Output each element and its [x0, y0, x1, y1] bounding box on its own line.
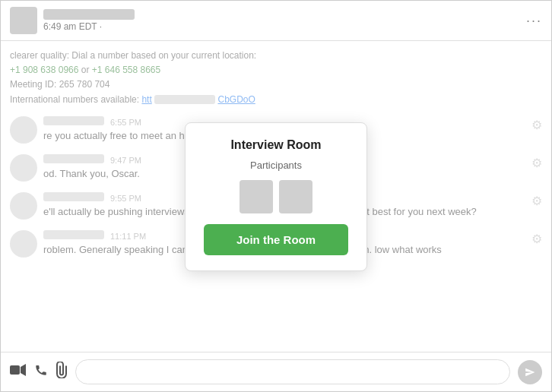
- app-container: 6:49 am EDT · ··· clearer quality: Dial …: [0, 0, 552, 392]
- more-options-button[interactable]: ···: [526, 13, 542, 29]
- participant-avatar: [279, 180, 312, 213]
- interview-room-modal: Interview Room Participants Join the Roo…: [185, 122, 367, 271]
- modal-avatar-row: [204, 180, 348, 213]
- phone-icon[interactable]: [34, 363, 48, 381]
- modal-subtitle: Participants: [204, 160, 348, 171]
- chat-header: 6:49 am EDT · ···: [1, 1, 551, 41]
- attachment-icon[interactable]: [56, 362, 68, 382]
- message-input[interactable]: [75, 359, 510, 384]
- modal-overlay: Interview Room Participants Join the Roo…: [1, 41, 551, 352]
- header-left: 6:49 am EDT ·: [10, 7, 135, 34]
- modal-title: Interview Room: [204, 138, 348, 152]
- svg-marker-1: [21, 364, 26, 376]
- chat-area: clearer quality: Dial a number based on …: [1, 41, 551, 352]
- header-info: 6:49 am EDT ·: [43, 9, 135, 32]
- contact-avatar: [10, 7, 37, 34]
- message-input-bar: [1, 352, 551, 391]
- svg-rect-0: [10, 365, 20, 375]
- join-room-button[interactable]: Join the Room: [204, 224, 348, 255]
- contact-name: [43, 9, 135, 20]
- header-time: 6:49 am EDT ·: [43, 21, 135, 32]
- send-button[interactable]: [518, 360, 542, 384]
- video-icon[interactable]: [10, 364, 27, 380]
- participant-avatar: [240, 180, 273, 213]
